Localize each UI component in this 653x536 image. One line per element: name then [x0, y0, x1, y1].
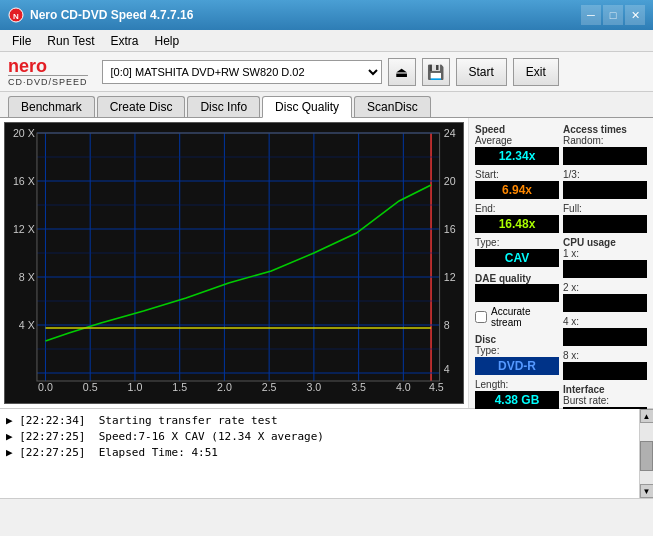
- scroll-track: [640, 423, 653, 484]
- speed-start-value: 6.94x: [475, 181, 559, 199]
- menu-bar: File Run Test Extra Help: [0, 30, 653, 52]
- disc-section-title: Disc: [475, 334, 559, 345]
- speed-type-value: CAV: [475, 249, 559, 267]
- exit-button[interactable]: Exit: [513, 58, 559, 86]
- tab-scan-disc[interactable]: ScanDisc: [354, 96, 431, 117]
- disc-length-group: Length: 4.38 GB: [475, 379, 559, 409]
- cpu-2x-label: 2 x:: [563, 282, 647, 293]
- panel-columns: Speed Average 12.34x Start: 6.94x End: 1…: [475, 122, 647, 429]
- svg-text:16 X: 16 X: [13, 176, 35, 187]
- access-full-group: Full:: [563, 203, 647, 233]
- dae-value: [475, 284, 559, 302]
- svg-text:16: 16: [444, 224, 456, 235]
- app-icon: N: [8, 7, 24, 23]
- tab-create-disc[interactable]: Create Disc: [97, 96, 186, 117]
- dae-title: DAE quality: [475, 273, 559, 284]
- speed-end-label: End:: [475, 203, 559, 214]
- access-full-label: Full:: [563, 203, 647, 214]
- dae-group: [475, 284, 559, 302]
- log-area: ▶ [22:22:34] Starting transfer rate test…: [0, 408, 653, 498]
- start-button[interactable]: Start: [456, 58, 507, 86]
- svg-text:1.5: 1.5: [172, 382, 187, 393]
- burst-rate-label: Burst rate:: [563, 395, 647, 406]
- title-text: Nero CD-DVD Speed 4.7.7.16: [30, 8, 193, 22]
- cpu-1x-label: 1 x:: [563, 248, 647, 259]
- disc-type-group: Type: DVD-R: [475, 345, 559, 375]
- access-random-group: Random:: [563, 135, 647, 165]
- menu-file[interactable]: File: [4, 32, 39, 50]
- svg-text:8 X: 8 X: [19, 272, 35, 283]
- svg-text:4: 4: [444, 364, 450, 375]
- disc-type-value: DVD-R: [475, 357, 559, 375]
- scroll-down-button[interactable]: ▼: [640, 484, 654, 498]
- log-line-2: ▶ [22:27:25] Speed:7-16 X CAV (12.34 X a…: [6, 429, 633, 445]
- svg-text:2.5: 2.5: [262, 382, 277, 393]
- interface-title: Interface: [563, 384, 647, 395]
- drive-select[interactable]: [0:0] MATSHITA DVD+RW SW820 D.02: [102, 60, 382, 84]
- chart-area: 20 X 16 X 12 X 8 X 4 X 24 20 16 12 8 4 0…: [4, 122, 464, 404]
- access-title: Access times: [563, 124, 647, 135]
- cpu-8x-value: [563, 362, 647, 380]
- speed-end-group: End: 16.48x: [475, 203, 559, 233]
- svg-text:2.0: 2.0: [217, 382, 232, 393]
- svg-text:4.0: 4.0: [396, 382, 411, 393]
- menu-extra[interactable]: Extra: [102, 32, 146, 50]
- log-line-1: ▶ [22:22:34] Starting transfer rate test: [6, 413, 633, 429]
- maximize-button[interactable]: □: [603, 5, 623, 25]
- disc-length-label: Length:: [475, 379, 559, 390]
- cpu-2x-value: [563, 294, 647, 312]
- svg-text:12 X: 12 X: [13, 224, 35, 235]
- speed-start-group: Start: 6.94x: [475, 169, 559, 199]
- save-button[interactable]: 💾: [422, 58, 450, 86]
- scroll-thumb[interactable]: [640, 441, 653, 471]
- toolbar: nero CD·DVD/SPEED [0:0] MATSHITA DVD+RW …: [0, 52, 653, 92]
- cpu-4x-group: 4 x:: [563, 316, 647, 346]
- svg-text:12: 12: [444, 272, 456, 283]
- close-button[interactable]: ✕: [625, 5, 645, 25]
- tab-disc-info[interactable]: Disc Info: [187, 96, 260, 117]
- speed-title: Speed: [475, 124, 559, 135]
- minimize-button[interactable]: ─: [581, 5, 601, 25]
- cpu-2x-group: 2 x:: [563, 282, 647, 312]
- right-col: Access times Random: 1/3: Full: CPU usag…: [563, 122, 647, 429]
- speed-start-label: Start:: [475, 169, 559, 180]
- nero-logo: nero CD·DVD/SPEED: [8, 57, 88, 87]
- log-scrollbar: ▲ ▼: [639, 409, 653, 498]
- access-full-value: [563, 215, 647, 233]
- cpu-1x-group: 1 x:: [563, 248, 647, 278]
- svg-text:20 X: 20 X: [13, 128, 35, 139]
- accurate-stream-checkbox[interactable]: [475, 311, 487, 323]
- svg-text:24: 24: [444, 128, 456, 139]
- scroll-up-button[interactable]: ▲: [640, 409, 654, 423]
- accurate-stream-label: Accurate stream: [491, 306, 559, 328]
- svg-rect-2: [5, 123, 463, 403]
- speed-type-group: Type: CAV: [475, 237, 559, 267]
- menu-run-test[interactable]: Run Test: [39, 32, 102, 50]
- cpu-8x-group: 8 x:: [563, 350, 647, 380]
- cpu-1x-value: [563, 260, 647, 278]
- menu-help[interactable]: Help: [147, 32, 188, 50]
- tabs: Benchmark Create Disc Disc Info Disc Qua…: [0, 92, 653, 118]
- svg-text:0.5: 0.5: [83, 382, 98, 393]
- svg-text:4.5: 4.5: [429, 382, 444, 393]
- speed-average-value: 12.34x: [475, 147, 559, 165]
- tab-benchmark[interactable]: Benchmark: [8, 96, 95, 117]
- speed-average-group: Average 12.34x: [475, 135, 559, 165]
- chart-svg: 20 X 16 X 12 X 8 X 4 X 24 20 16 12 8 4 0…: [5, 123, 463, 403]
- access-onethird-label: 1/3:: [563, 169, 647, 180]
- svg-text:N: N: [13, 12, 19, 21]
- access-random-label: Random:: [563, 135, 647, 146]
- disc-type-label: Type:: [475, 345, 559, 356]
- title-bar: N Nero CD-DVD Speed 4.7.7.16 ─ □ ✕: [0, 0, 653, 30]
- svg-text:3.0: 3.0: [306, 382, 321, 393]
- title-bar-controls: ─ □ ✕: [581, 5, 645, 25]
- eject-button[interactable]: ⏏: [388, 58, 416, 86]
- access-onethird-group: 1/3:: [563, 169, 647, 199]
- svg-text:4 X: 4 X: [19, 320, 35, 331]
- svg-text:0.0: 0.0: [38, 382, 53, 393]
- svg-text:20: 20: [444, 176, 456, 187]
- tab-disc-quality[interactable]: Disc Quality: [262, 96, 352, 118]
- left-col: Speed Average 12.34x Start: 6.94x End: 1…: [475, 122, 559, 429]
- log-content: ▶ [22:22:34] Starting transfer rate test…: [0, 409, 639, 498]
- status-bar: [0, 498, 653, 518]
